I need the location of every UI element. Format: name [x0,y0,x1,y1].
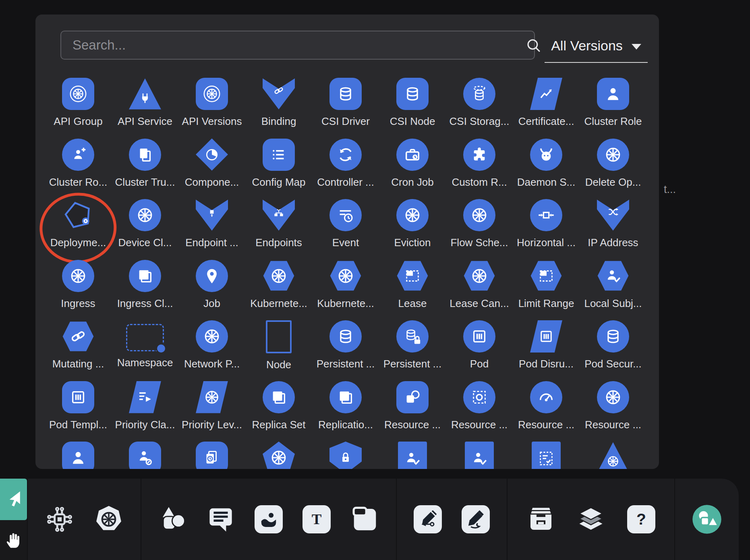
shapes-tool-button[interactable] [155,502,189,536]
resource-icon-cell[interactable]: API Service [112,78,178,139]
resource-icon-cell[interactable]: CSI Node [379,78,446,139]
resource-icon-cell[interactable]: Resource ... [379,381,446,442]
toolbar-panel-draw [397,479,507,560]
archive-tool-button[interactable] [524,502,558,536]
lock-icon [329,442,362,469]
resource-icon-cell[interactable]: Daemon S... [513,139,580,199]
resource-icon-cell[interactable]: Replica Set [245,381,312,442]
resource-icon-cell[interactable] [513,442,580,469]
resource-icon-cell[interactable]: Cron Job [379,139,446,199]
resource-icon-cell[interactable]: Pod Templ... [45,381,112,442]
comment-icon [205,504,236,535]
db-stack-icon [463,78,495,110]
resource-icon-cell[interactable]: CSI Storag... [446,78,513,139]
resource-icon-label: Lease [398,297,427,310]
resource-icon-cell[interactable]: Resource ... [446,381,513,442]
resource-icon-cell[interactable]: Compone... [178,139,245,199]
text-tool-button[interactable] [300,502,334,536]
resource-icon-cell[interactable]: Job [178,260,245,321]
chevron-down-icon [632,44,641,50]
image-tool-button[interactable] [252,502,286,536]
resource-icon-cell[interactable]: Pod Disru... [513,320,580,381]
resource-icon-cell[interactable] [446,442,513,469]
resource-icon-cell[interactable]: Binding [245,78,312,139]
resource-icon-label: Deployme... [50,236,106,249]
resource-icon-cell[interactable] [245,442,312,469]
resource-icon-cell[interactable]: Replicatio... [312,381,379,442]
circuit-tool-button[interactable] [43,502,77,536]
resource-icon-label: Endpoint ... [185,236,238,249]
resource-icon-label: Priority Cla... [115,419,175,431]
resource-icon-cell[interactable]: Network P... [178,320,245,381]
resource-icon-cell[interactable] [112,442,178,469]
resource-icon-cell[interactable]: Kubernete... [245,260,312,321]
resource-icon-label: Config Map [252,176,306,189]
frame-icon [349,504,381,535]
box-arrows-icon [196,199,228,231]
resource-icon-cell[interactable] [45,442,112,469]
resource-icon-label: Limit Range [518,297,574,310]
canvas[interactable]: All Versions API GroupAPI ServiceAPI Ver… [0,0,750,560]
resource-icon-cell[interactable]: Priority Cla... [112,381,178,442]
resource-icon-cell[interactable]: Mutating ... [45,320,112,381]
comment-tool-button[interactable] [204,502,238,536]
resource-icon-cell[interactable]: Deployme... [45,199,112,260]
hand-tool-button[interactable] [0,525,27,554]
resource-icon-cell[interactable]: Horizontal ... [513,199,580,260]
resource-icon-cell[interactable] [312,442,379,469]
resource-icon-cell[interactable]: Persistent ... [379,320,446,381]
search-input[interactable] [60,31,535,60]
resource-icon-cell[interactable]: Custom R... [446,139,513,199]
resource-icon-cell[interactable] [379,442,446,469]
connector-pen-tool-button[interactable] [411,502,445,536]
draw-pencil-tool-button[interactable] [459,502,493,536]
resource-icon-cell[interactable]: Local Subj... [580,260,646,321]
resource-icon-cell[interactable]: API Group [45,78,112,139]
resource-icon-cell[interactable]: Limit Range [513,260,580,321]
resource-icon-cell[interactable]: Cluster Role [580,78,646,139]
resource-icon-label: Persistent ... [317,358,375,370]
resource-icon-cell[interactable]: IP Address [580,199,646,260]
resource-icon-cell[interactable]: Flow Sche... [446,199,513,260]
resource-icon-cell[interactable]: Delete Op... [580,139,646,199]
resource-icon-cell[interactable]: Controller ... [312,139,379,199]
resource-icon-cell[interactable]: Pod Secur... [580,320,646,381]
resource-icon-cell[interactable]: Certificate... [513,78,580,139]
resource-icon-cell[interactable]: Ingress [45,260,112,321]
image-icon [258,509,279,530]
resource-icon-cell[interactable]: Resource ... [513,381,580,442]
resource-icon-cell[interactable]: Namespace [112,320,178,381]
frame-tool-button[interactable] [348,502,382,536]
resource-icon-cell[interactable]: Config Map [245,139,312,199]
resource-icon-cell[interactable]: Priority Lev... [178,381,245,442]
db-icon [597,320,629,353]
resource-icon-cell[interactable]: Endpoints [245,199,312,260]
library-logo-tool-button[interactable] [690,502,724,536]
resource-icon-cell[interactable]: Endpoint ... [178,199,245,260]
resource-icon-cell[interactable]: Cluster Ro... [45,139,112,199]
resource-icon-cell[interactable]: Lease [379,260,446,321]
resource-icon-cell[interactable]: Kubernete... [312,260,379,321]
select-tool-button[interactable] [0,479,27,520]
resource-icon-cell[interactable]: Pod [446,320,513,381]
resource-icon-cell[interactable]: Device Cl... [112,199,178,260]
resource-icon-cell[interactable] [580,442,646,469]
resource-icon-cell[interactable]: API Versions [178,78,245,139]
resource-icon-cell[interactable]: Resource ... [580,381,646,442]
resource-icon-cell[interactable]: Node [245,320,312,381]
resource-icon-cell[interactable]: Cluster Tru... [112,139,178,199]
resource-icon-cell[interactable]: CSI Driver [312,78,379,139]
kubernetes-tool-button[interactable] [92,502,126,536]
resource-icon-cell[interactable]: Persistent ... [312,320,379,381]
resource-icon-cell[interactable]: Ingress Cl... [112,260,178,321]
help-icon [631,509,652,530]
resource-icon-cell[interactable]: Lease Can... [446,260,513,321]
resource-icon-cell[interactable] [178,442,245,469]
help-tool-button[interactable] [624,502,658,536]
version-filter-dropdown[interactable]: All Versions [545,29,648,63]
resource-icon-cell[interactable]: Event [312,199,379,260]
layers-tool-button[interactable] [574,502,608,536]
resource-icon-cell[interactable]: Eviction [379,199,446,260]
icon-grid: API GroupAPI ServiceAPI VersionsBindingC… [45,78,646,469]
connector-pen-icon [417,509,438,530]
